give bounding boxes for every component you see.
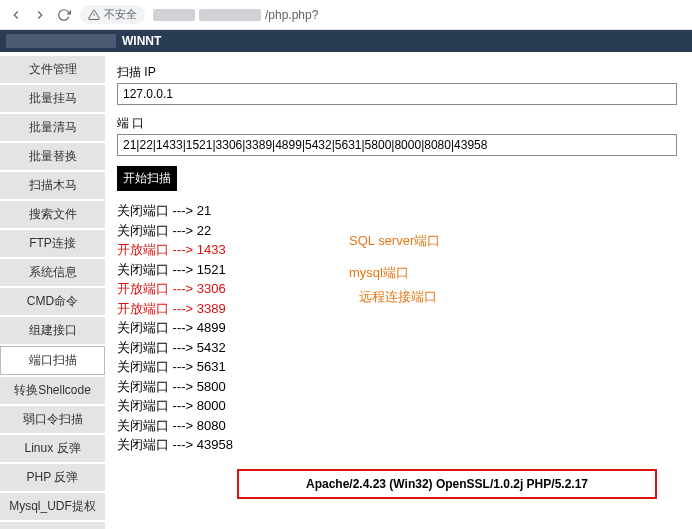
- result-line-11: 关闭端口 ---> 8080: [117, 416, 680, 436]
- annotation-5: 远程连接端口: [359, 287, 437, 307]
- annotation-4: mysql端口: [349, 263, 409, 283]
- sidebar-item-3[interactable]: 批量替换: [0, 143, 105, 170]
- ip-input[interactable]: [117, 83, 677, 105]
- warning-icon: [88, 9, 100, 21]
- url-suffix: /php.php?: [265, 8, 318, 22]
- result-line-10: 关闭端口 ---> 8000: [117, 396, 680, 416]
- ip-label: 扫描 IP: [117, 64, 680, 81]
- sidebar-item-15[interactable]: Mysql_UDF提权: [0, 493, 105, 520]
- result-line-7: 关闭端口 ---> 5432: [117, 338, 680, 358]
- sidebar-item-16[interactable]: Mysql语句执行: [0, 522, 105, 529]
- port-label: 端 口: [117, 115, 680, 132]
- url-path-censored: [199, 9, 261, 21]
- sidebar-item-0[interactable]: 文件管理: [0, 56, 105, 83]
- back-icon[interactable]: [8, 7, 24, 23]
- sidebar: 文件管理批量挂马批量清马批量替换扫描木马搜索文件FTP连接系统信息CMD命令组建…: [0, 52, 105, 529]
- header-censored: [6, 34, 116, 48]
- port-input[interactable]: [117, 134, 677, 156]
- result-line-8: 关闭端口 ---> 5631: [117, 357, 680, 377]
- sidebar-item-7[interactable]: 系统信息: [0, 259, 105, 286]
- browser-toolbar: 不安全 /php.php?: [0, 0, 692, 30]
- sidebar-item-12[interactable]: 弱口令扫描: [0, 406, 105, 433]
- security-badge[interactable]: 不安全: [80, 5, 145, 24]
- sidebar-item-5[interactable]: 搜索文件: [0, 201, 105, 228]
- url-display[interactable]: /php.php?: [153, 8, 318, 22]
- sidebar-item-1[interactable]: 批量挂马: [0, 85, 105, 112]
- result-line-12: 关闭端口 ---> 43958: [117, 435, 680, 455]
- result-line-9: 关闭端口 ---> 5800: [117, 377, 680, 397]
- sidebar-item-9[interactable]: 组建接口: [0, 317, 105, 344]
- server-info-box: Apache/2.4.23 (Win32) OpenSSL/1.0.2j PHP…: [237, 469, 657, 499]
- sidebar-item-14[interactable]: PHP 反弹: [0, 464, 105, 491]
- insecure-label: 不安全: [104, 7, 137, 22]
- content-panel: 扫描 IP 端 口 开始扫描 关闭端口 ---> 21关闭端口 ---> 22开…: [105, 52, 692, 529]
- result-line-0: 关闭端口 ---> 21: [117, 201, 680, 221]
- sidebar-item-6[interactable]: FTP连接: [0, 230, 105, 257]
- sidebar-item-13[interactable]: Linux 反弹: [0, 435, 105, 462]
- sidebar-item-2[interactable]: 批量清马: [0, 114, 105, 141]
- reload-icon[interactable]: [56, 7, 72, 23]
- annotation-2: SQL server端口: [349, 231, 440, 251]
- os-label: WINNT: [122, 34, 161, 48]
- forward-icon[interactable]: [32, 7, 48, 23]
- scan-results: 关闭端口 ---> 21关闭端口 ---> 22开放端口 ---> 1433SQ…: [117, 201, 680, 455]
- sidebar-item-4[interactable]: 扫描木马: [0, 172, 105, 199]
- app-header: WINNT: [0, 30, 692, 52]
- scan-button[interactable]: 开始扫描: [117, 166, 177, 191]
- sidebar-item-8[interactable]: CMD命令: [0, 288, 105, 315]
- sidebar-item-10[interactable]: 端口扫描: [0, 346, 105, 375]
- result-line-6: 关闭端口 ---> 4899: [117, 318, 680, 338]
- sidebar-item-11[interactable]: 转换Shellcode: [0, 377, 105, 404]
- url-host-censored: [153, 9, 195, 21]
